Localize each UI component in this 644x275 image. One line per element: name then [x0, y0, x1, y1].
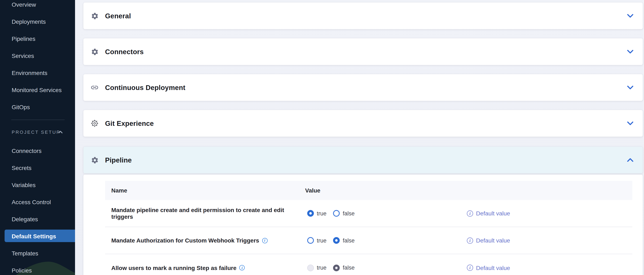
chevron-down-icon[interactable] — [627, 50, 634, 54]
sidebar-item-label: Variables — [12, 182, 36, 188]
sidebar-item-label: Templates — [12, 250, 38, 256]
sidebar-item-default-settings[interactable]: Default Settings — [0, 228, 75, 244]
sidebar-item-label: Delegates — [12, 216, 38, 222]
settings-main-panel: GeneralConnectorsContinuous DeploymentGi… — [75, 0, 644, 275]
sidebar-item-label: GitOps — [12, 104, 30, 110]
table-rows: Mandate pipeline create and edit permiss… — [105, 200, 632, 275]
radio-true-label: true — [317, 237, 326, 244]
column-header-name: Name — [111, 187, 305, 194]
radio-false[interactable] — [333, 210, 340, 217]
pipeline-settings-panel: Name Value Mandate pipeline create and e… — [83, 174, 643, 275]
sidebar-item-label: Pipelines — [12, 35, 36, 42]
default-value-link[interactable]: iDefault value — [467, 264, 510, 271]
radio-false[interactable] — [333, 264, 340, 271]
sidebar-item-label: Monitored Services — [12, 86, 62, 93]
project-setup-label: PROJECT SETUP — [12, 130, 60, 134]
section-title: Connectors — [105, 48, 144, 56]
sidebar-item-variables[interactable]: Variables — [0, 176, 75, 193]
sidebar-item-label: Secrets — [12, 164, 32, 171]
setting-row-allow-users-to-mark-a-running-step-as-fa: Allow users to mark a running Step as fa… — [105, 254, 632, 275]
radio-false-label: false — [343, 264, 355, 271]
gear-icon — [90, 156, 99, 164]
sidebar-item-overview[interactable]: Overview — [0, 0, 75, 13]
section-card-inner: General — [83, 2, 643, 29]
section-card-git-experience[interactable]: Git Experience — [83, 110, 643, 137]
sidebar-item-environments[interactable]: Environments — [0, 64, 75, 81]
sidebar-item-connectors[interactable]: Connectors — [0, 142, 75, 159]
chevron-up-icon — [58, 130, 63, 134]
section-card-pipeline[interactable]: Pipeline — [83, 147, 643, 173]
sidebar-section-project-setup[interactable]: PROJECT SETUP — [0, 127, 75, 137]
sidebar-item-label: Environments — [12, 70, 47, 76]
info-icon: i — [467, 237, 473, 244]
sidebar-item-deployments[interactable]: Deployments — [0, 13, 75, 30]
setting-value-radios: truefalse — [307, 210, 355, 217]
info-icon: i — [467, 210, 473, 216]
section-card-inner: Pipeline — [83, 147, 643, 173]
gear-outline-icon — [90, 119, 99, 128]
sidebar-item-label: Services — [12, 52, 34, 59]
section-card-inner: Continuous Deployment — [83, 74, 643, 101]
section-title: Pipeline — [105, 156, 132, 164]
radio-true-label: true — [317, 264, 326, 271]
gear-icon — [90, 48, 99, 56]
radio-true-label: true — [317, 210, 326, 216]
radio-true[interactable] — [307, 237, 314, 244]
section-card-general[interactable]: General — [83, 2, 643, 29]
setting-value-radios: truefalse — [307, 237, 355, 244]
setting-value-radios: truefalse — [307, 264, 355, 271]
pipeline-settings-table: Name Value Mandate pipeline create and e… — [105, 181, 632, 275]
radio-false-label: false — [343, 237, 355, 244]
link-icon — [90, 83, 99, 92]
sidebar-item-pipelines[interactable]: Pipelines — [0, 30, 75, 47]
setting-row-mandate-authorization-for-custom-webhook: Mandate Authorization for Custom Webhook… — [105, 227, 632, 254]
gear-icon — [90, 12, 99, 20]
radio-false[interactable] — [333, 237, 340, 244]
radio-true[interactable] — [307, 264, 314, 271]
setting-name: Mandate Authorization for Custom Webhook… — [111, 237, 307, 244]
chevron-down-icon[interactable] — [627, 121, 634, 126]
sidebar-nav-list: OverviewDeploymentsPipelinesServicesEnvi… — [0, 0, 75, 116]
sidebar-item-label: Policies — [12, 267, 32, 274]
info-icon[interactable]: i — [262, 238, 268, 243]
radio-false-label: false — [343, 210, 355, 216]
info-icon: i — [467, 264, 473, 271]
setting-name: Mandate pipeline create and edit permiss… — [111, 207, 307, 220]
sidebar-item-label: Deployments — [12, 18, 46, 25]
table-header-row: Name Value — [105, 181, 632, 200]
setting-name: Allow users to mark a running Step as fa… — [111, 264, 307, 271]
section-title: General — [105, 12, 131, 20]
sidebar-item-services[interactable]: Services — [0, 47, 75, 64]
sidebar-item-gitops[interactable]: GitOps — [0, 98, 75, 116]
sidebar-item-monitored-services[interactable]: Monitored Services — [0, 81, 75, 98]
column-header-value: Value — [305, 187, 320, 194]
sidebar-item-label: Default Settings — [12, 233, 56, 240]
default-settings-page: OverviewDeploymentsPipelinesServicesEnvi… — [0, 0, 644, 275]
section-title: Continuous Deployment — [105, 84, 186, 92]
default-value-link[interactable]: iDefault value — [467, 210, 510, 217]
section-card-inner: Git Experience — [83, 110, 643, 137]
sidebar-item-delegates[interactable]: Delegates — [0, 210, 75, 228]
sidebar-item-label: Access Control — [12, 198, 51, 205]
chevron-up-icon[interactable] — [627, 158, 634, 162]
chevron-down-icon[interactable] — [627, 86, 634, 90]
radio-true[interactable] — [307, 210, 314, 217]
section-card-continuous-deployment[interactable]: Continuous Deployment — [83, 74, 643, 101]
default-value-link[interactable]: iDefault value — [467, 237, 510, 244]
chevron-down-icon[interactable] — [627, 14, 634, 18]
sidebar-item-secrets[interactable]: Secrets — [0, 159, 75, 176]
sidebar-divider — [11, 120, 64, 120]
section-title: Git Experience — [105, 120, 154, 127]
setting-row-mandate-pipeline-create-and-edit-permiss: Mandate pipeline create and edit permiss… — [105, 200, 632, 227]
sidebar-item-label: Overview — [12, 1, 36, 8]
sidebar-item-label: Connectors — [12, 147, 42, 154]
section-card-connectors[interactable]: Connectors — [83, 38, 643, 65]
section-card-inner: Connectors — [83, 38, 643, 65]
sidebar-item-access-control[interactable]: Access Control — [0, 193, 75, 210]
info-icon[interactable]: i — [240, 265, 245, 270]
sidebar: OverviewDeploymentsPipelinesServicesEnvi… — [0, 0, 75, 275]
